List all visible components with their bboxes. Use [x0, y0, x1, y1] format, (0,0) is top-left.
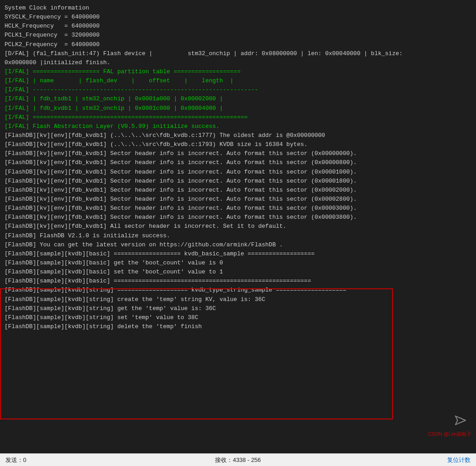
receive-count: 接收：4338 - 256	[160, 456, 315, 464]
terminal-line: System Clock information	[5, 4, 471, 13]
terminal-line: [FlashDB][kv][env][fdb_kvdb1] (..\..\..\…	[5, 131, 471, 140]
terminal-line: PCLK2_Frequency = 64000000	[5, 40, 471, 49]
terminal-line: [I/FAL] | fdb_kvdb1 | stm32_onchip | 0x0…	[5, 104, 471, 113]
terminal-line: [I/FAL] --------------------------------…	[5, 85, 471, 94]
terminal-line: [I/FAL] Flash Abstraction Layer (V0.5.99…	[5, 122, 471, 131]
send-count: 发送：0	[5, 456, 160, 464]
terminal-line: [FlashDB][kv][env][fdb_kvdb1] Sector hea…	[5, 158, 471, 167]
terminal-line: [I/FAL] | name | flash_dev | offset | le…	[5, 76, 471, 85]
terminal-line: [I/FAL] | fdb_tsdb1 | stm32_onchip | 0x0…	[5, 94, 471, 104]
terminal-line: [FlashDB][kv][env][fdb_kvdb1] All sector…	[5, 222, 471, 231]
terminal-line: [FlashDB][sample][kvdb][basic] set the '…	[5, 268, 471, 277]
terminal-line: [FlashDB][sample][kvdb][string] get the …	[5, 304, 471, 313]
terminal-line: SYSCLK_Frequency = 64000000	[5, 13, 471, 22]
terminal-line: 0x0000800 |initialized finish.	[5, 58, 471, 67]
terminal-area: System Clock informationSYSCLK_Frequency…	[0, 0, 476, 453]
terminal-line: [FlashDB][sample][kvdb][string] set 'tem…	[5, 313, 471, 322]
terminal-line: [FlashDB][kv][env][fdb_kvdb1] Sector hea…	[5, 213, 471, 222]
terminal-line: [FlashDB][kv][env][fdb_kvdb1] Sector hea…	[5, 177, 471, 186]
terminal-line: [I/FAL] ================================…	[5, 113, 471, 122]
terminal-line: PCLK1_Frequency = 32000000	[5, 31, 471, 40]
terminal-line: [FlashDB][sample][kvdb][string] ========…	[5, 286, 471, 295]
csdn-badge: CSDN @Lim搞电子	[428, 431, 471, 438]
send-button[interactable]	[452, 412, 468, 428]
terminal-line: [FlashDB][kv][env][fdb_kvdb1] Sector hea…	[5, 186, 471, 195]
terminal-line: [FlashDB][kv][env][fdb_kvdb1] Sector hea…	[5, 149, 471, 158]
terminal-line: [FlashDB] You can get the latest version…	[5, 240, 471, 249]
terminal-line: [FlashDB][sample][kvdb][basic] =========…	[5, 277, 471, 286]
terminal-line: [FlashDB][kv][env][fdb_kvdb1] Sector hea…	[5, 168, 471, 177]
terminal-line: [FlashDB][sample][kvdb][basic] get the '…	[5, 259, 471, 268]
terminal-line: [FlashDB][kv][env][fdb_kvdb1] (..\..\..\…	[5, 140, 471, 149]
svg-marker-0	[455, 416, 465, 424]
terminal-line: [D/FAL] (fal_flash_init:47) Flash device…	[5, 49, 471, 58]
terminal-line: [FlashDB][sample][kvdb][string] delete t…	[5, 322, 471, 331]
terminal-line: [FlashDB][kv][env][fdb_kvdb1] Sector hea…	[5, 204, 471, 213]
copy-count-button[interactable]: 复位计数	[316, 456, 471, 464]
terminal-line: [FlashDB] FlashDB V2.1.0 is initialize s…	[5, 231, 471, 240]
terminal-line: [FlashDB][kv][env][fdb_kvdb1] Sector hea…	[5, 195, 471, 204]
terminal-line: [FlashDB][sample][kvdb][basic] =========…	[5, 249, 471, 259]
terminal-line: [FlashDB][sample][kvdb][string] create t…	[5, 295, 471, 304]
status-bar: 发送：0 接收：4338 - 256 复位计数	[0, 453, 476, 466]
terminal-line: HCLK_Frequency = 64000000	[5, 22, 471, 31]
terminal-line: [I/FAL] =================== FAL partitio…	[5, 67, 471, 76]
